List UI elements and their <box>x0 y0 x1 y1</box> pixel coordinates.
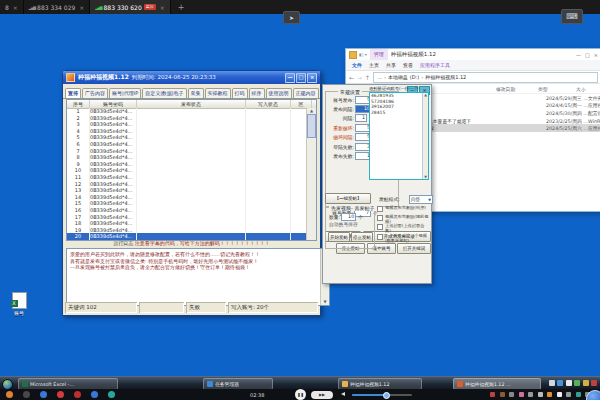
back-icon[interactable]: ← <box>349 74 354 81</box>
breadcrumb[interactable]: …›本地磁盘 (D:)›种福种福视频1.12 <box>373 72 598 83</box>
ribbon-tab[interactable]: 主页 <box>369 62 379 68</box>
checkbox-icon[interactable] <box>377 215 383 221</box>
table-row[interactable]: 30B339d5e4d*4… <box>67 121 307 128</box>
setting-input[interactable]: 1 <box>355 114 367 122</box>
new-tab-button[interactable]: + <box>171 0 192 14</box>
tab-2[interactable]: 账号|代理IP <box>109 88 141 98</box>
dock-icon[interactable] <box>6 391 13 398</box>
tray-icon[interactable] <box>519 392 524 397</box>
tray-icon[interactable] <box>538 392 543 397</box>
dock-icon[interactable] <box>57 391 64 398</box>
close-icon[interactable]: × <box>79 4 84 11</box>
table-row[interactable]: 190B339d5e4d*4… <box>67 227 307 234</box>
up-icon[interactable]: ↑ <box>365 74 370 81</box>
qty-input[interactable]: 10 <box>341 213 356 221</box>
table-row[interactable]: 110B339d5e4d*4… <box>67 174 307 181</box>
close-icon[interactable]: × <box>160 4 165 11</box>
table-row[interactable]: 70B339d5e4d*4… <box>67 148 307 155</box>
checkbox-option[interactable]: 一个账号对应一个视频(数量足够时) <box>377 234 429 243</box>
tray-icon[interactable] <box>557 392 562 397</box>
app-titlebar[interactable]: 种福种福视频1.12 到期时间: 2024-06-25 20:23:33 — □… <box>63 71 320 84</box>
captcha-item[interactable]: 28415 <box>370 110 428 116</box>
volume-knob[interactable] <box>383 392 390 399</box>
table-row[interactable]: 80B339d5e4d*4… <box>67 154 307 161</box>
dock-icon[interactable] <box>91 391 98 398</box>
table-row[interactable]: 160B339d5e4d*4… <box>67 207 307 214</box>
forward-icon[interactable]: → <box>357 74 362 81</box>
maximize-icon[interactable]: □ <box>585 52 590 58</box>
pause-button[interactable]: ❚❚ <box>295 389 306 400</box>
desktop-icon-excel[interactable]: X 账号 <box>6 292 32 316</box>
column-header[interactable]: 写入状态 <box>246 100 291 108</box>
open-keywords-button[interactable]: 打开关键词 <box>397 243 431 254</box>
post-mode-select[interactable]: 问答▼ <box>409 195 433 204</box>
tray-icon[interactable] <box>576 392 581 397</box>
tray-icon[interactable] <box>490 392 495 397</box>
dock-icon[interactable] <box>74 391 81 398</box>
minimize-icon[interactable]: — <box>285 73 295 83</box>
start-post-button[interactable]: 开始发帖 <box>328 232 350 242</box>
ribbon-tab[interactable]: 应用程序工具 <box>420 62 450 68</box>
tray-icon[interactable] <box>557 380 563 386</box>
tray-icon[interactable] <box>528 392 533 397</box>
column-header[interactable]: 区 <box>291 100 312 108</box>
viewer-tab[interactable]: ▂▄▆883 334 029× <box>24 0 90 14</box>
table-row[interactable]: 100B339d5e4d*4… <box>67 167 307 174</box>
checkbox-option[interactable]: 视频发布完删除(循序) <box>377 206 429 212</box>
breadcrumb-item[interactable]: 本地磁盘 (D:) <box>388 74 419 80</box>
table-row[interactable]: 150B339d5e4d*4… <box>67 200 307 207</box>
dock-icon[interactable] <box>108 391 115 398</box>
table-row[interactable]: 140B339d5e4d*4… <box>67 194 307 201</box>
table-row[interactable]: 20B339d5e4d*4… <box>67 115 307 122</box>
pointer-toggle-chip[interactable]: ➤ <box>283 11 300 24</box>
column-header[interactable]: 发布状态 <box>137 100 246 108</box>
dock-icon[interactable] <box>23 391 30 398</box>
table-row[interactable]: 40B339d5e4d*4… <box>67 128 307 135</box>
table-row[interactable]: 60B339d5e4d*4… <box>67 141 307 148</box>
tab-0[interactable]: 宣传 <box>65 88 81 98</box>
minimize-icon[interactable]: — <box>576 52 581 58</box>
list-scrollbar[interactable]: ▲ ▼ <box>422 93 428 179</box>
file-column-header[interactable]: 类型 <box>538 86 576 92</box>
tab-5[interactable]: 实操教程 <box>205 88 231 98</box>
tray-icon[interactable] <box>509 392 514 397</box>
tab-1[interactable]: 广告内容 <box>82 88 108 98</box>
quick-access-toolbar[interactable]: ▮▯ ▾ <box>349 51 367 59</box>
table-row[interactable]: 180B339d5e4d*4… <box>67 220 307 227</box>
tray-icon[interactable] <box>591 380 597 386</box>
corner-app-icon[interactable] <box>586 390 600 400</box>
tray-icon[interactable] <box>574 380 580 386</box>
viewer-tab[interactable]: ▂▄▆883 330 620监控× <box>90 0 170 14</box>
breadcrumb-item[interactable]: … <box>377 74 382 80</box>
explorer-window-controls[interactable]: — □ × <box>576 52 598 58</box>
tab-7[interactable]: 排序 <box>249 88 265 98</box>
table-row[interactable]: 50B339d5e4d*4… <box>67 134 307 141</box>
speaker-icon[interactable] <box>339 392 345 396</box>
table-row[interactable]: 130B339d5e4d*4… <box>67 187 307 194</box>
one-key-post-button[interactable]: 【一键发帖】 <box>325 193 371 204</box>
fast-forward-button[interactable]: ▶▶ <box>311 391 333 399</box>
volume-slider[interactable] <box>352 394 412 396</box>
table-row[interactable]: 200B339d5e4d*4… <box>67 233 307 240</box>
keyboard-toggle-chip[interactable]: ⌨ <box>561 9 583 24</box>
explorer-titlebar[interactable]: ▮▯ ▾ 管理 种福种福视频1.12 — □ × <box>346 49 600 60</box>
viewer-tab[interactable]: 8× <box>0 0 24 14</box>
breadcrumb-item[interactable]: 种福种福视频1.12 <box>425 74 466 80</box>
close-icon[interactable]: × <box>13 4 18 11</box>
checkbox-icon[interactable] <box>377 234 383 240</box>
scroll-up-icon[interactable]: ▲ <box>310 108 313 113</box>
stop-post2-button[interactable]: 停止发帖 <box>351 232 373 242</box>
scroll-thumb[interactable] <box>307 114 316 138</box>
close-icon[interactable]: × <box>594 52 598 58</box>
tray-icon[interactable] <box>549 380 555 386</box>
tray-icon[interactable] <box>500 392 505 397</box>
file-column-header[interactable]: 大小 <box>576 86 600 92</box>
table-row[interactable]: 170B339d5e4d*4… <box>67 214 307 221</box>
ribbon-tab[interactable]: 共享 <box>386 62 396 68</box>
tray-icon[interactable] <box>547 392 552 397</box>
close-icon[interactable]: × <box>307 73 317 83</box>
column-header[interactable]: 序号 <box>67 100 90 108</box>
log-box[interactable]: 亲爱的用户若买到此软件，请勿随意修改配置，若有什么不懂的……切记先看教程！！再有… <box>66 248 330 306</box>
tray-icon[interactable] <box>566 392 571 397</box>
tab-9[interactable]: 正规内容 <box>293 88 319 98</box>
